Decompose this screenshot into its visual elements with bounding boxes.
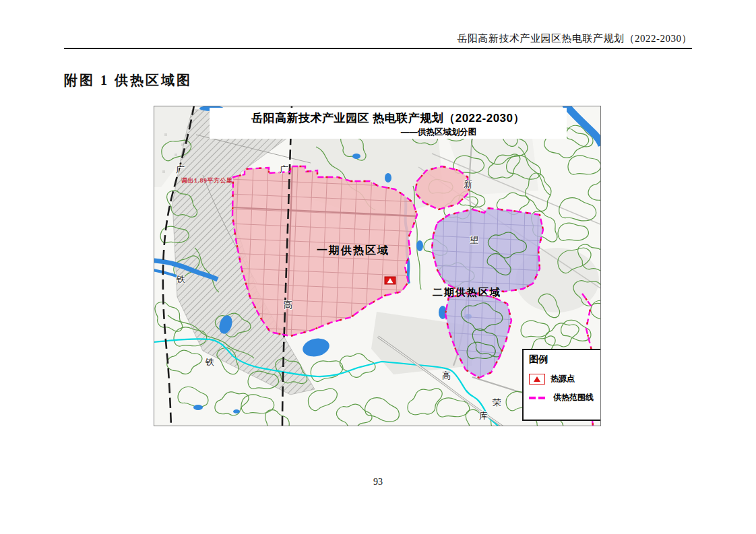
- route-char-tie-2: 铁: [206, 358, 214, 366]
- route-char-wang: 望: [470, 236, 478, 244]
- map-title-block: 岳阳高新技术产业园区 热电联产规划（2022-2030） ——供热区域划分图: [210, 108, 567, 139]
- figure-heading: 附图 1 供热区域图: [64, 71, 192, 90]
- map-title: 岳阳高新技术产业园区 热电联产规划（2022-2030）: [210, 110, 567, 126]
- legend-title: 图例: [529, 354, 601, 366]
- transfer-out-annotation: 调出1.89平方公里: [181, 176, 233, 185]
- route-char-ku: 库: [479, 411, 488, 420]
- legend-item-heat-source: 热源点: [529, 373, 601, 385]
- document-page: 岳阳高新技术产业园区热电联产规划（2022-2030） 附图 1 供热区域图: [0, 0, 756, 534]
- heat-source-swatch-icon: [529, 374, 545, 385]
- route-char-tie-1: 铁: [177, 275, 185, 283]
- route-char-gao-1: 高: [284, 300, 292, 309]
- phase2-zone-label: 二期供热区域: [420, 286, 514, 299]
- legend-item-supply-boundary: 供热范围线: [529, 392, 601, 403]
- page-number: 93: [0, 477, 756, 488]
- map-figure: 岳阳高新技术产业园区 热电联产规划（2022-2030） ——供热区域划分图 一…: [154, 106, 601, 426]
- legend-item-label: 供热范围线: [553, 392, 594, 403]
- heat-source-marker: [385, 277, 396, 284]
- document-header-title: 岳阳高新技术产业园区热电联产规划（2022-2030）: [458, 32, 693, 45]
- map-subtitle: ——供热区域划分图: [210, 127, 567, 138]
- route-char-rong: 荣: [493, 398, 501, 407]
- legend-item-label: 热源点: [550, 373, 575, 385]
- triangle-icon: [534, 376, 540, 382]
- route-char-gao-2: 高: [442, 371, 451, 380]
- map-legend: 图例 热源点 供热范围线: [522, 349, 601, 421]
- route-char-guang-1: 广: [176, 165, 185, 174]
- phase1-zone-label: 一期供热区域: [306, 244, 400, 258]
- route-char-guang-2: 广: [280, 165, 288, 174]
- header-rule: [64, 48, 692, 49]
- supply-boundary-swatch-icon: [529, 397, 548, 399]
- route-char-xin: 新: [464, 180, 472, 189]
